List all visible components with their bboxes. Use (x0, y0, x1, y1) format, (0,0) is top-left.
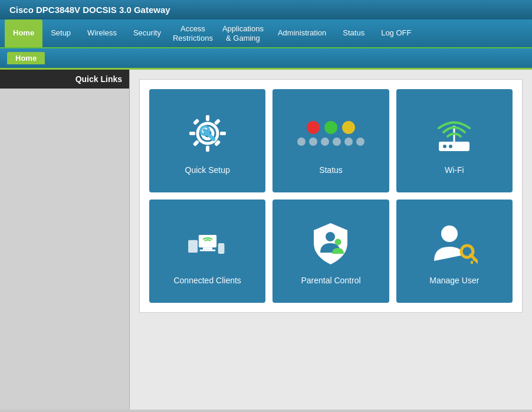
main-layout: Quick Links (0, 70, 532, 410)
dot-small-5 (344, 138, 353, 146)
svg-rect-3 (189, 132, 195, 135)
tile-manage-user[interactable]: Manage User (396, 200, 513, 303)
tile-quick-setup[interactable]: Quick Setup (149, 89, 265, 192)
content-area: Quick Setup (130, 70, 532, 410)
nav-item-access-restrictions[interactable]: Access Restrictions (169, 19, 216, 47)
sidebar-title: Quick Links (0, 70, 129, 89)
svg-rect-1 (206, 115, 209, 121)
tile-parental-control[interactable]: Parental Control (272, 200, 389, 303)
nav-item-setup[interactable]: Setup (42, 19, 79, 47)
svg-rect-16 (199, 235, 216, 247)
app-title: Cisco DPC3848V DOCSIS 3.0 Gateway (9, 5, 170, 15)
tile-status[interactable]: Status (272, 89, 389, 192)
nav-item-logoff[interactable]: Log OFF (373, 19, 419, 47)
nav-item-applications-gaming[interactable]: Applications & Gaming (216, 19, 270, 47)
svg-point-23 (441, 225, 458, 242)
tiles-container: Quick Setup (139, 79, 523, 313)
tile-status-label: Status (319, 165, 343, 175)
nav-item-administration[interactable]: Administration (270, 19, 334, 47)
svg-rect-17 (203, 247, 212, 250)
user-key-icon (431, 220, 478, 267)
tile-quick-setup-label: Quick Setup (185, 165, 230, 175)
nav-item-wireless[interactable]: Wireless (79, 19, 125, 47)
header-bar: Cisco DPC3848V DOCSIS 3.0 Gateway (0, 0, 532, 19)
dot-small-4 (333, 138, 341, 146)
status-dots-top (307, 121, 355, 134)
nav-bar: Home Setup Wireless Security Access Rest… (0, 19, 532, 48)
svg-rect-18 (199, 249, 215, 251)
svg-rect-27 (471, 261, 473, 264)
nav-item-home[interactable]: Home (5, 19, 42, 47)
breadcrumb: Home (7, 52, 45, 64)
nav-item-status[interactable]: Status (334, 19, 373, 47)
dot-small-1 (297, 138, 306, 146)
dot-small-2 (309, 138, 317, 146)
tile-connected-clients[interactable]: Connected Clients (149, 200, 265, 303)
status-icon (307, 110, 354, 157)
sidebar: Quick Links (0, 70, 130, 410)
dot-yellow (342, 121, 355, 134)
dot-small-6 (356, 138, 364, 146)
tile-connected-clients-label: Connected Clients (173, 276, 241, 285)
dot-small-3 (321, 138, 329, 146)
dot-green (324, 121, 337, 134)
svg-rect-8 (214, 119, 220, 125)
svg-point-13 (449, 145, 452, 148)
shield-icon (307, 220, 354, 267)
breadcrumb-bar: Home (0, 48, 532, 70)
svg-rect-5 (193, 118, 199, 125)
nav-item-security[interactable]: Security (125, 19, 169, 47)
wifi-icon (431, 110, 478, 157)
devices-icon (184, 220, 231, 267)
svg-point-21 (326, 232, 335, 241)
svg-rect-20 (218, 243, 224, 254)
dot-red (307, 121, 320, 134)
svg-point-12 (443, 145, 446, 148)
tile-wifi[interactable]: Wi-Fi (396, 89, 513, 192)
svg-point-22 (335, 238, 341, 245)
svg-rect-2 (206, 146, 209, 152)
svg-rect-19 (188, 240, 198, 252)
tile-wifi-label: Wi-Fi (445, 165, 464, 175)
gear-icon (184, 110, 231, 157)
status-dots-bottom (297, 138, 364, 146)
tile-manage-user-label: Manage User (429, 276, 479, 285)
tile-parental-control-label: Parental Control (301, 276, 360, 285)
svg-rect-26 (473, 259, 476, 261)
svg-rect-7 (192, 140, 199, 146)
svg-rect-4 (220, 132, 226, 135)
